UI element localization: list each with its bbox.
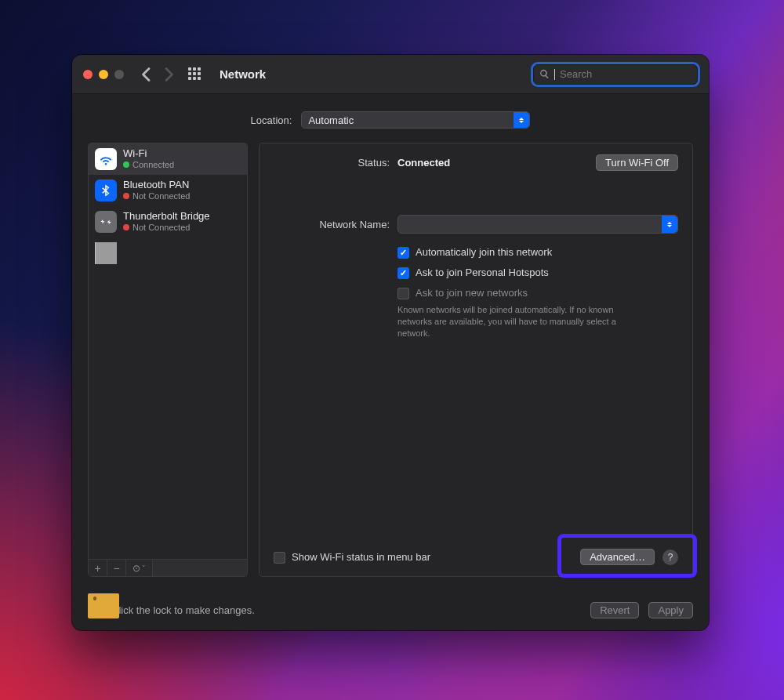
checkbox-icon bbox=[397, 247, 409, 259]
text-caret bbox=[554, 69, 555, 80]
search-field[interactable] bbox=[533, 64, 698, 85]
checkbox-label: Ask to join new networks bbox=[416, 287, 528, 299]
service-status: Not Connected bbox=[132, 191, 190, 201]
service-item-wifi[interactable]: Wi-Fi Connected bbox=[89, 143, 247, 175]
checkbox-label: Ask to join Personal Hotspots bbox=[416, 267, 549, 278]
sidebar-footer: + − ⊙ bbox=[89, 559, 247, 576]
checkbox-icon bbox=[274, 552, 285, 564]
checkbox-auto-join[interactable]: Automatically join this network bbox=[397, 246, 678, 259]
status-dot-icon bbox=[123, 161, 129, 168]
detail-panel: Status: Connected Turn Wi-Fi Off Network… bbox=[259, 143, 693, 577]
chevron-updown-icon bbox=[514, 112, 529, 128]
checkbox-icon bbox=[397, 267, 409, 279]
service-status: Connected bbox=[132, 160, 174, 170]
status-label: Status: bbox=[274, 157, 390, 169]
bluetooth-icon bbox=[95, 180, 117, 201]
status-dot-icon bbox=[123, 193, 129, 199]
location-label: Location: bbox=[251, 114, 292, 126]
checkbox-personal-hotspots[interactable]: Ask to join Personal Hotspots bbox=[397, 267, 678, 279]
chevron-updown-icon bbox=[662, 216, 677, 233]
network-preferences-window: Network Location: Automatic bbox=[72, 55, 709, 630]
network-name-label: Network Name: bbox=[274, 219, 390, 230]
panel-bottom-row: Show Wi-Fi status in menu bar Advanced… … bbox=[274, 549, 678, 565]
network-name-row: Network Name: bbox=[274, 215, 678, 234]
redacted-icon bbox=[95, 242, 117, 264]
checkbox-label: Automatically join this network bbox=[416, 246, 552, 258]
service-list: Wi-Fi Connected Bluetooth PAN Not Connec… bbox=[89, 143, 247, 559]
location-select[interactable]: Automatic bbox=[301, 111, 530, 129]
close-window-button[interactable] bbox=[83, 70, 93, 79]
network-name-select[interactable] bbox=[397, 215, 678, 234]
service-status: Not Connected bbox=[132, 223, 190, 233]
location-value: Automatic bbox=[308, 114, 354, 126]
checkbox-new-networks[interactable]: Ask to join new networks bbox=[397, 287, 678, 299]
status-row: Status: Connected Turn Wi-Fi Off bbox=[274, 154, 678, 171]
search-input[interactable] bbox=[560, 68, 691, 80]
wifi-toggle-button[interactable]: Turn Wi-Fi Off bbox=[596, 154, 678, 171]
checkbox-label: Show Wi-Fi status in menu bar bbox=[292, 551, 430, 563]
location-row: Location: Automatic bbox=[88, 111, 693, 129]
status-value: Connected bbox=[397, 157, 450, 169]
zoom-window-button[interactable] bbox=[114, 70, 124, 79]
minimize-window-button[interactable] bbox=[99, 70, 108, 79]
wifi-options: Automatically join this network Ask to j… bbox=[397, 246, 678, 299]
service-name: Wi-Fi bbox=[123, 148, 174, 160]
window-controls bbox=[83, 70, 124, 79]
checkbox-menubar[interactable]: Show Wi-Fi status in menu bar bbox=[274, 551, 430, 564]
lock-message: Click the lock to make changes. bbox=[111, 604, 255, 616]
window-title: Network bbox=[220, 67, 266, 81]
new-networks-hint: Known networks will be joined automatica… bbox=[397, 304, 648, 339]
help-button[interactable]: ? bbox=[662, 549, 678, 565]
service-item-thunderbolt[interactable]: Thunderbolt Bridge Not Connected bbox=[89, 206, 247, 238]
service-item-redacted[interactable] bbox=[89, 238, 247, 269]
checkbox-icon bbox=[397, 288, 409, 299]
wifi-icon bbox=[95, 148, 117, 170]
search-icon bbox=[539, 69, 550, 79]
toolbar: Network bbox=[72, 55, 709, 94]
service-actions-button[interactable]: ⊙ bbox=[126, 560, 153, 576]
add-service-button[interactable]: + bbox=[89, 560, 107, 576]
remove-service-button[interactable]: − bbox=[107, 560, 126, 576]
service-name: Bluetooth PAN bbox=[123, 180, 190, 191]
status-dot-icon bbox=[123, 224, 129, 230]
back-button[interactable] bbox=[140, 67, 154, 82]
window-footer: Click the lock to make changes. Revert A… bbox=[72, 589, 709, 630]
thunderbolt-bridge-icon bbox=[95, 211, 117, 233]
advanced-button[interactable]: Advanced… bbox=[580, 549, 655, 565]
service-name: Thunderbolt Bridge bbox=[123, 211, 210, 223]
lock-icon[interactable] bbox=[88, 601, 102, 618]
service-item-bluetooth[interactable]: Bluetooth PAN Not Connected bbox=[89, 175, 247, 206]
window-body: Location: Automatic Wi-Fi Connected bbox=[72, 94, 709, 589]
show-all-button[interactable] bbox=[188, 67, 202, 82]
forward-button[interactable] bbox=[162, 67, 176, 82]
service-sidebar: Wi-Fi Connected Bluetooth PAN Not Connec… bbox=[88, 143, 248, 577]
apply-button[interactable]: Apply bbox=[648, 602, 693, 618]
revert-button[interactable]: Revert bbox=[590, 602, 639, 618]
